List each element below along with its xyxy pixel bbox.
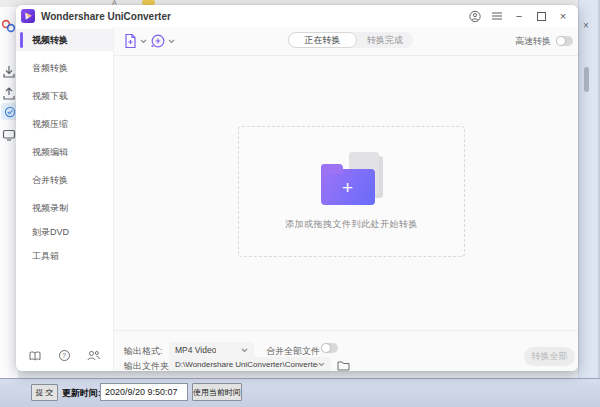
close-button[interactable]: × [557,9,569,23]
add-device-button[interactable] [150,33,175,49]
sidebar-footer: ? [16,350,113,361]
chevron-down-icon [241,348,248,353]
output-folder-value: D:\Wondershare UniConverter\Converted [175,360,318,369]
tab-finished[interactable]: 转换完成 [357,32,413,48]
uniconverter-window: Wondershare UniConverter − [16,5,578,371]
update-time-label: 更新时间: [62,387,101,400]
sidebar-item-label: 合并转换 [32,174,68,187]
app-logo-icon [21,9,35,23]
sidebar-item-label: 视频编辑 [32,146,68,159]
small-close-icon[interactable]: × [583,21,589,31]
merge-files-toggle[interactable] [321,343,338,353]
time-input[interactable]: 2020/9/20 9:50:07 [100,383,188,401]
use-current-time-button[interactable]: 使用当前时间 [192,383,242,401]
upload-icon[interactable] [2,87,16,101]
sidebar-item-video-edit[interactable]: 视频编辑 [16,141,113,163]
add-disc-icon [150,33,166,49]
screen: A × 提 交 更新时间: [0,0,600,407]
output-format-select[interactable]: MP4 Video [169,342,254,358]
dropzone-hint: 添加或拖拽文件到此处开始转换 [285,218,418,231]
output-folder-label: 输出文件夹: [124,360,172,371]
minimize-button[interactable]: − [513,9,525,23]
convert-all-button[interactable]: 转换全部 [524,347,575,366]
book-icon[interactable] [29,351,41,361]
sidebar-item-video-compress[interactable]: 视频压缩 [16,113,113,135]
sidebar-item-label: 视频转换 [32,34,68,47]
folder-shape: + [321,169,375,205]
sidebar-item-audio-convert[interactable]: 音频转换 [16,57,113,79]
output-format-value: MP4 Video [175,345,216,355]
tab-converting[interactable]: 正在转换 [288,32,357,48]
folder-outline-icon [337,360,350,371]
output-folder-select[interactable]: D:\Wondershare UniConverter\Converted [169,357,331,371]
submit-button[interactable]: 提 交 [31,384,58,401]
share-users-icon[interactable] [87,350,100,361]
chevron-down-icon [168,39,175,44]
toolbar: 正在转换 转换完成 高速转换 [114,27,578,56]
window-title: Wondershare UniConverter [41,11,171,22]
file-dropzone[interactable]: + 添加或拖拽文件到此处开始转换 [238,126,465,257]
sidebar-item-toolbox[interactable]: 工具箱 [16,245,113,267]
output-panel: 输出格式: MP4 Video 合并全部文件 输出文件夹: D:\Wonders… [114,330,578,371]
toggle-knob [557,37,565,45]
active-accent-bar [20,32,23,48]
background-right-strip: × [578,0,600,378]
sidebar-item-video-convert[interactable]: 视频转换 [16,29,113,51]
sidebar-item-screen-record[interactable]: 视频录制 [16,197,113,219]
sidebar-item-label: 视频压缩 [32,118,68,131]
add-file-icon [123,33,138,49]
main-panel: 正在转换 转换完成 高速转换 + 添加或拖拽文件到此处开始转换 [113,27,578,371]
sidebar: 视频转换 音频转换 视频下载 视频压缩 视频编辑 合并转换 视频录制 刻录DVD… [16,27,113,371]
high-speed-control: 高速转换 [515,27,573,55]
sidebar-item-label: 视频录制 [32,202,68,215]
output-format-label: 输出格式: [124,345,163,358]
background-form-bar: 提 交 更新时间: 2020/9/20 9:50:07 使用当前时间 [0,378,600,407]
sidebar-item-label: 视频下载 [32,90,68,103]
monitor-icon[interactable] [2,128,16,142]
sidebar-item-video-download[interactable]: 视频下载 [16,85,113,107]
window-controls: − × [469,5,569,27]
scrollbar-thumb[interactable] [584,67,589,92]
help-icon[interactable]: ? [59,350,70,361]
folder-tab [321,164,343,174]
menu-icon[interactable] [491,9,503,23]
high-speed-toggle[interactable] [556,36,573,46]
maximize-button[interactable] [535,9,547,23]
convert-status-tabs: 正在转换 转换完成 [288,32,413,48]
sidebar-item-label: 工具箱 [32,250,59,263]
add-files-button[interactable] [123,33,147,49]
toggle-knob [322,344,330,352]
titlebar: Wondershare UniConverter − [16,5,578,27]
account-icon[interactable] [469,9,481,23]
chevron-down-icon [318,362,325,367]
open-folder-button[interactable] [336,358,350,371]
sidebar-item-merge-convert[interactable]: 合并转换 [16,169,113,191]
sidebar-item-label: 刻录DVD [32,226,69,239]
add-folder-icon[interactable]: + [321,152,383,205]
chevron-down-icon [140,39,147,44]
high-speed-label: 高速转换 [515,35,551,48]
plus-icon: + [342,178,353,197]
flower-logo-icon [2,19,16,33]
sidebar-item-burn-dvd[interactable]: 刻录DVD [16,221,113,243]
download-icon[interactable] [2,65,16,79]
sidebar-item-label: 音频转换 [32,62,68,75]
